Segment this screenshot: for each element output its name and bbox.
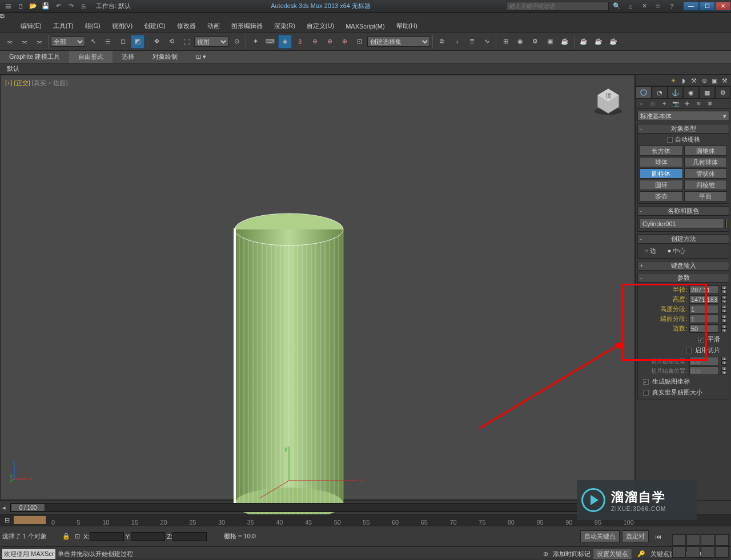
menu-animation[interactable]: 动画 — [202, 20, 226, 32]
isolate-icon[interactable]: ⊡ — [73, 532, 82, 541]
unlink-icon[interactable]: ⫘ — [17, 35, 31, 49]
shapes-tab-icon[interactable]: ◇ — [647, 99, 658, 108]
snap-settings-icon[interactable]: ⊕ — [338, 35, 351, 49]
undo-icon[interactable]: ↶ — [53, 1, 64, 11]
minimize-button[interactable]: — — [683, 2, 699, 11]
radio-edge[interactable]: ○ 边 — [644, 247, 656, 255]
param-hseg-spinner[interactable]: 1 — [689, 305, 719, 313]
menu-modifiers[interactable]: 修改器 — [171, 20, 202, 32]
hierarchy-tab-icon[interactable]: ⚓ — [668, 86, 684, 99]
obj-pyramid[interactable]: 四棱锥 — [684, 180, 728, 190]
spinner-snap-icon[interactable]: ⊕ — [323, 35, 336, 49]
spin-up-icon[interactable]: ▴ — [721, 285, 727, 289]
rollup-head-object-type[interactable]: -对象类型 — [637, 124, 729, 134]
pan-icon[interactable] — [686, 546, 700, 558]
time-slider-thumb[interactable]: 0 / 100 — [11, 503, 45, 511]
selection-filter[interactable]: 全部 — [51, 37, 85, 47]
obj-teapot[interactable]: 茶壶 — [640, 191, 683, 202]
window-crossing-icon[interactable]: ◩ — [131, 35, 144, 49]
select-region-icon[interactable]: ◻ — [116, 35, 130, 49]
bind-icon[interactable]: ⫘ — [32, 35, 46, 49]
search-icon[interactable]: 🔍 — [611, 1, 622, 11]
app-menu-icon[interactable]: ▤ — [2, 1, 14, 11]
move-icon[interactable]: ✥ — [150, 35, 163, 49]
favorite-icon[interactable]: ☆ — [652, 1, 664, 11]
render-frame-icon[interactable]: ▣ — [543, 35, 557, 49]
obj-sphere[interactable]: 球体 — [640, 157, 683, 167]
radio-center[interactable]: ● 中心 — [668, 247, 686, 255]
category-dropdown[interactable]: 标准基本体▾ — [637, 111, 729, 121]
menu-customize[interactable]: 自定义(U) — [301, 20, 340, 32]
save-icon[interactable]: 💾 — [40, 1, 51, 11]
ref-coord-system[interactable]: 视图 — [194, 37, 228, 47]
spin-down-icon[interactable]: ▾ — [721, 289, 727, 293]
angle-snap-icon[interactable]: 3 — [293, 35, 307, 49]
viewport-label[interactable]: [+] [正交] [真实 + 边面] — [5, 79, 67, 87]
systems-tab-icon[interactable]: ✱ — [704, 99, 716, 108]
help-icon[interactable]: ? — [666, 1, 677, 11]
gen-mapcoords-checkbox[interactable] — [643, 379, 649, 385]
maximize-viewport-icon[interactable] — [715, 546, 729, 558]
coord-x-input[interactable] — [90, 532, 124, 541]
hammer-icon[interactable]: ⚒ — [689, 76, 699, 85]
menu-grapheditors[interactable]: 图形编辑器 — [226, 20, 268, 32]
viewport[interactable]: [+] [正交] [真实 + 边面] 顶 x y x z — [0, 75, 635, 500]
modify-tab-icon[interactable]: ◔ — [652, 86, 668, 99]
param-height-spinner[interactable]: 1471.183 — [689, 295, 719, 304]
link-icon[interactable]: ⫘ — [2, 35, 16, 49]
keyboard-icon[interactable]: ⌨ — [263, 35, 277, 49]
align-icon[interactable]: ⫞ — [450, 35, 464, 49]
param-cseg-spinner[interactable]: 1 — [689, 315, 719, 323]
real-world-checkbox[interactable] — [643, 390, 649, 396]
smooth-checkbox[interactable] — [698, 337, 704, 343]
obj-plane[interactable]: 平面 — [684, 191, 728, 202]
obj-geosphere[interactable]: 几何球体 — [684, 157, 728, 167]
layers-icon[interactable]: ≣ — [465, 35, 479, 49]
arc-icon[interactable]: ◗ — [678, 76, 689, 85]
track-segment[interactable] — [14, 516, 46, 524]
object-color-swatch[interactable] — [725, 219, 727, 228]
menu-tools[interactable]: 工具(T) — [47, 20, 79, 32]
percent-snap-icon[interactable]: ⊕ — [308, 35, 322, 49]
ribbon-tab-freeform[interactable]: 自由形式 — [69, 51, 113, 63]
material-editor-icon[interactable]: ◉ — [513, 35, 527, 49]
ribbon-expand-icon[interactable]: ⊡ ▾ — [187, 51, 215, 62]
orbit-icon[interactable] — [701, 546, 714, 558]
app-icon[interactable]: ⧉ — [0, 13, 731, 20]
edit-named-icon[interactable]: ⊡ — [352, 35, 366, 49]
rollup-head-keyboard[interactable]: +键盘输入 — [637, 261, 729, 271]
named-selection-set[interactable]: 创建选择集 — [367, 37, 430, 47]
utilities-tab-icon[interactable]: ⚙ — [715, 86, 731, 99]
obj-box[interactable]: 长方体 — [640, 146, 683, 156]
param-sides-spinner[interactable]: 50 — [689, 324, 719, 333]
menu-create[interactable]: 创建(C) — [138, 20, 171, 32]
curve-editor-icon[interactable]: ∿ — [480, 35, 493, 49]
viewcube[interactable]: 顶 — [592, 86, 624, 118]
helpers-tab-icon[interactable]: ✚ — [681, 99, 693, 108]
play-start-icon[interactable]: ⏮ — [651, 530, 665, 543]
camera-icon[interactable]: ▣ — [709, 76, 720, 85]
schematic-icon[interactable]: ⊞ — [499, 35, 512, 49]
obj-cone[interactable]: 圆锥体 — [684, 146, 728, 156]
render-setup-icon[interactable]: ⚙ — [528, 35, 542, 49]
rollup-head-params[interactable]: -参数 — [637, 273, 729, 283]
menu-group[interactable]: 组(G) — [79, 20, 106, 32]
teapot1-icon[interactable]: ☕ — [577, 35, 591, 49]
display-tab-icon[interactable]: ▦ — [699, 86, 715, 99]
select-name-icon[interactable]: ☰ — [101, 35, 115, 49]
scale-icon[interactable]: ⛶ — [179, 35, 193, 49]
workspace-label[interactable]: 工作台: 默认 — [91, 2, 135, 10]
subscription-icon[interactable]: ⌂ — [625, 1, 636, 11]
zoom-extents-all-icon[interactable] — [715, 534, 729, 546]
fov-icon[interactable] — [672, 546, 686, 558]
create-tab-icon[interactable] — [636, 86, 652, 99]
render-icon[interactable]: ☕ — [558, 35, 572, 49]
motion-tab-icon[interactable]: ◉ — [683, 86, 699, 99]
obj-cylinder[interactable]: 圆柱体 — [640, 168, 683, 179]
spacewarps-tab-icon[interactable]: ≋ — [693, 99, 704, 108]
coord-y-input[interactable] — [131, 532, 165, 541]
teapot2-icon[interactable]: ☕ — [592, 35, 605, 49]
manipulate-icon[interactable]: ✦ — [248, 35, 262, 49]
lock-icon[interactable]: 🔒 — [62, 532, 71, 541]
rotate-icon[interactable]: ⟲ — [164, 35, 178, 49]
